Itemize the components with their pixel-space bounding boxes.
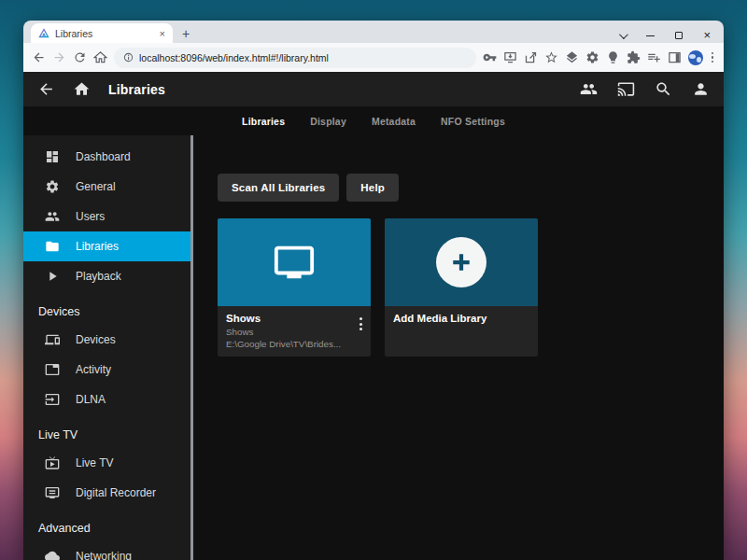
sidebar-section-livetv: Live TV [23,414,190,448]
gear-icon [45,179,60,194]
sidebar-item-label: Networking [76,550,132,560]
sidebar-section-devices: Devices [23,291,190,325]
sidebar-item-libraries[interactable]: Libraries [23,231,190,261]
add-media-library-card[interactable]: Add Media Library [385,218,538,357]
dvr-icon [45,485,60,500]
profile-avatar[interactable] [688,50,703,65]
app-home-icon[interactable] [73,80,91,98]
side-panel-icon[interactable] [668,50,682,64]
help-button[interactable]: Help [346,174,399,202]
sidebar-item-activity[interactable]: Activity [23,355,190,385]
sidebar-item-dlna[interactable]: DLNA [23,385,190,414]
address-bar[interactable]: localhost:8096/web/index.html#!/library.… [114,48,476,68]
reload-icon[interactable] [73,50,87,64]
browser-toolbar: localhost:8096/web/index.html#!/library.… [23,43,724,72]
sidebar-item-label: Playback [76,270,121,283]
settings-tab-bar: Libraries Display Metadata NFO Settings [23,106,724,135]
page-info-icon[interactable] [123,52,134,63]
home-browser-icon[interactable] [93,50,107,64]
sidebar-item-label: Live TV [76,456,113,469]
jellyfin-favicon [38,28,49,39]
cast-icon[interactable] [617,80,635,98]
app-back-icon[interactable] [37,80,55,98]
admin-sidebar: Dashboard General Users Libraries Playba… [23,135,190,560]
users-icon [45,209,60,224]
sidebar-section-advanced: Advanced [23,508,190,541]
search-icon[interactable] [655,80,672,98]
plus-circle-icon [436,237,486,287]
bookmark-star-icon[interactable] [544,50,558,64]
sidebar-item-label: General [76,180,116,193]
libraries-toolbar: Scan All Libraries Help [218,174,724,202]
tab-close-icon[interactable]: × [160,28,165,39]
library-card-footer: Shows Shows E:\Google Drive\TV\Brides... [218,306,371,357]
back-icon[interactable] [32,50,46,64]
tab-libraries[interactable]: Libraries [242,116,285,127]
layers-extension-icon[interactable] [565,50,579,64]
sidebar-item-networking[interactable]: Networking [23,541,190,560]
browser-menu-icon[interactable] [710,52,716,63]
share-icon[interactable] [524,50,538,64]
app-body: Dashboard General Users Libraries Playba… [23,135,724,560]
sidebar-item-general[interactable]: General [23,172,190,202]
reading-list-icon[interactable] [647,50,661,64]
user-profile-icon[interactable] [692,80,710,98]
page-title: Libraries [108,82,165,97]
sidebar-item-devices[interactable]: Devices [23,325,190,355]
app-header: Libraries [23,72,724,106]
tab-display[interactable]: Display [310,116,346,127]
dashboard-icon [45,149,60,164]
extensions-puzzle-icon[interactable] [627,50,641,64]
forward-icon[interactable] [52,50,66,64]
sidebar-item-label: Devices [76,333,116,346]
browser-tab[interactable]: Libraries × [31,23,173,43]
library-card-type: Shows [226,327,362,337]
sidebar-item-users[interactable]: Users [23,202,190,231]
sidebar-item-dashboard[interactable]: Dashboard [23,142,190,172]
users-group-icon[interactable] [580,80,598,98]
sidebar-item-livetv[interactable]: Live TV [23,448,190,478]
add-library-footer: Add Media Library [385,306,538,350]
library-card-title: Shows [226,313,362,324]
window-chevron-down-icon[interactable] [619,30,628,39]
settings-extension-icon[interactable] [585,50,599,64]
activity-icon [45,362,60,377]
libraries-main: Scan All Libraries Help Shows Shows E:\G… [193,135,724,560]
library-card-tile[interactable] [218,218,371,306]
header-actions [580,80,710,98]
sidebar-item-label: Libraries [76,240,119,253]
sidebar-item-label: DLNA [76,393,106,406]
new-tab-button[interactable]: + [173,26,199,43]
tv-icon [267,241,321,284]
password-key-icon[interactable] [483,50,497,64]
sidebar-item-label: Dashboard [76,150,131,163]
tab-title: Libraries [55,28,154,39]
library-cards: Shows Shows E:\Google Drive\TV\Brides... [218,218,724,357]
install-app-icon[interactable] [503,50,517,64]
jellyfin-app: Libraries Libraries Display Metadata NFO… [23,72,724,560]
window-controls: × [619,32,724,43]
tab-nfo-settings[interactable]: NFO Settings [441,116,505,127]
url-text[interactable]: localhost:8096/web/index.html#!/library.… [139,52,329,63]
window-minimize-button[interactable] [646,35,655,36]
folder-icon [45,239,60,254]
dlna-input-icon [45,392,60,407]
devices-icon [45,332,60,347]
tab-metadata[interactable]: Metadata [372,116,416,127]
scan-all-libraries-button[interactable]: Scan All Libraries [218,174,339,202]
window-maximize-button[interactable] [675,32,683,39]
library-card-path: E:\Google Drive\TV\Brides... [226,339,362,349]
browser-tab-strip: Libraries × + × [23,21,724,43]
add-library-title: Add Media Library [393,313,529,324]
live-tv-icon [45,455,60,470]
library-card-menu-icon[interactable] [359,317,362,330]
lightbulb-extension-icon[interactable] [606,50,620,64]
window-close-button[interactable]: × [703,32,711,39]
plus-icon [447,248,475,276]
browser-window: Libraries × + × localhost:8096/web/index… [23,21,724,560]
sidebar-item-playback[interactable]: Playback [23,261,190,291]
library-card-shows[interactable]: Shows Shows E:\Google Drive\TV\Brides... [218,218,371,357]
add-library-tile[interactable] [385,218,538,306]
cloud-icon [45,549,60,560]
sidebar-item-digital-recorder[interactable]: Digital Recorder [23,478,190,508]
